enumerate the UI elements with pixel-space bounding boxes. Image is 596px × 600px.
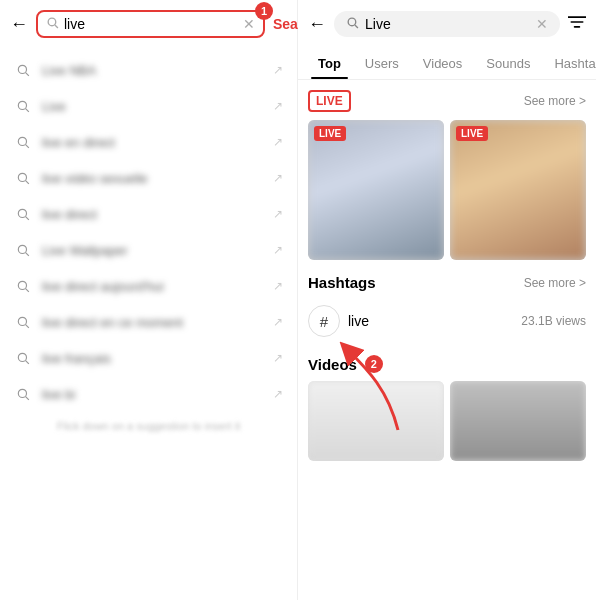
suggestion-text: live direct aujourd'hui	[42, 279, 273, 294]
search-icon	[14, 97, 32, 115]
search-input-left[interactable]	[64, 16, 239, 32]
search-icon	[14, 313, 32, 331]
search-icon	[14, 133, 32, 151]
clear-button-left[interactable]: ✕	[243, 16, 255, 32]
list-item[interactable]: live bi ↗	[0, 376, 297, 412]
hashtags-section: Hashtags See more > # live 23.1B views	[308, 274, 586, 343]
live-thumb-1[interactable]: LIVE	[308, 120, 444, 260]
tab-hashtags[interactable]: Hashtags	[542, 48, 596, 79]
search-icon	[14, 277, 32, 295]
svg-line-11	[26, 217, 29, 220]
tabs-row: Top Users Videos Sounds Hashtags	[298, 48, 596, 80]
hashtag-name: live	[348, 313, 521, 329]
video-thumb-1[interactable]	[308, 381, 444, 461]
search-icon-right	[346, 16, 359, 32]
live-thumb-2[interactable]: LIVE	[450, 120, 586, 260]
suggestion-text: live français	[42, 351, 273, 366]
svg-line-13	[26, 253, 29, 256]
list-item[interactable]: live direct en ce moment ↗	[0, 304, 297, 340]
suggestion-text: Live Wallpaper	[42, 243, 273, 258]
suggestion-text: live bi	[42, 387, 273, 402]
list-item[interactable]: Live Wallpaper ↗	[0, 232, 297, 268]
svg-point-8	[18, 173, 26, 181]
right-content: LIVE See more > LIVE LIVE Hashtags See m…	[298, 80, 596, 471]
suggestion-text: Live NBA	[42, 63, 273, 78]
live-pill-1: LIVE	[314, 126, 346, 141]
list-item[interactable]: live vidéo sexuelle ↗	[0, 160, 297, 196]
svg-line-17	[26, 325, 29, 328]
search-icon	[14, 349, 32, 367]
hashtag-views: 23.1B views	[521, 314, 586, 328]
suggestion-text: live direct	[42, 207, 273, 222]
hashtag-row[interactable]: # live 23.1B views	[308, 299, 586, 343]
suggestion-list: Live NBA ↗ Live ↗ live en direct ↗ live …	[0, 48, 297, 600]
svg-point-6	[18, 137, 26, 145]
list-item[interactable]: live en direct ↗	[0, 124, 297, 160]
search-text-right: Live	[365, 16, 536, 32]
suggestion-arrow-icon: ↗	[273, 207, 283, 221]
svg-line-5	[26, 109, 29, 112]
right-header: ← Live ✕	[298, 0, 596, 48]
see-more-hashtags[interactable]: See more >	[524, 276, 586, 290]
list-item[interactable]: Live ↗	[0, 88, 297, 124]
suggestion-hint: Flick down on a suggestion to insert it	[0, 412, 297, 440]
list-item[interactable]: Live NBA ↗	[0, 52, 297, 88]
suggestion-arrow-icon: ↗	[273, 279, 283, 293]
svg-line-21	[26, 397, 29, 400]
live-section-header: LIVE See more >	[308, 90, 586, 112]
right-panel: ← Live ✕ Top Users Videos Sounds Hashtag…	[298, 0, 596, 600]
list-item[interactable]: live direct ↗	[0, 196, 297, 232]
tab-users[interactable]: Users	[353, 48, 411, 79]
suggestion-arrow-icon: ↗	[273, 63, 283, 77]
suggestion-text: live vidéo sexuelle	[42, 171, 273, 186]
svg-point-2	[18, 65, 26, 73]
search-icon-left	[46, 16, 59, 32]
svg-point-10	[18, 209, 26, 217]
svg-point-14	[18, 281, 26, 289]
search-icon	[14, 241, 32, 259]
suggestion-arrow-icon: ↗	[273, 351, 283, 365]
svg-line-23	[355, 25, 358, 28]
live-badge: LIVE	[308, 90, 351, 112]
live-pill-2: LIVE	[456, 126, 488, 141]
suggestion-text: live en direct	[42, 135, 273, 150]
clear-button-right[interactable]: ✕	[536, 16, 548, 32]
tab-videos[interactable]: Videos	[411, 48, 475, 79]
suggestion-text: Live	[42, 99, 273, 114]
tab-sounds[interactable]: Sounds	[474, 48, 542, 79]
back-button-right[interactable]: ←	[308, 14, 326, 35]
suggestion-arrow-icon: ↗	[273, 315, 283, 329]
svg-point-16	[18, 317, 26, 325]
svg-line-15	[26, 289, 29, 292]
suggestion-text: live direct en ce moment	[42, 315, 273, 330]
svg-point-0	[48, 18, 56, 26]
see-more-live[interactable]: See more >	[524, 94, 586, 108]
suggestion-arrow-icon: ↗	[273, 387, 283, 401]
svg-line-9	[26, 181, 29, 184]
badge-1: 1	[255, 2, 273, 20]
suggestion-arrow-icon: ↗	[273, 171, 283, 185]
svg-line-7	[26, 145, 29, 148]
back-button-left[interactable]: ←	[10, 14, 28, 35]
tab-top[interactable]: Top	[306, 48, 353, 79]
search-box-left: 1 ✕	[36, 10, 265, 38]
suggestion-arrow-icon: ↗	[273, 243, 283, 257]
suggestion-arrow-icon: ↗	[273, 135, 283, 149]
video-thumb-2[interactable]	[450, 381, 586, 461]
filter-button[interactable]	[568, 15, 586, 33]
list-item[interactable]: live direct aujourd'hui ↗	[0, 268, 297, 304]
hashtags-title: Hashtags	[308, 274, 376, 291]
search-box-right[interactable]: Live ✕	[334, 11, 560, 37]
list-item[interactable]: live français ↗	[0, 340, 297, 376]
badge-2: 2	[365, 355, 383, 373]
svg-point-22	[348, 18, 356, 26]
video-thumbs-row	[308, 381, 586, 461]
svg-point-12	[18, 245, 26, 253]
svg-line-3	[26, 73, 29, 76]
search-icon	[14, 61, 32, 79]
search-icon	[14, 169, 32, 187]
hashtag-icon: #	[308, 305, 340, 337]
search-icon	[14, 385, 32, 403]
svg-line-19	[26, 361, 29, 364]
live-videos-row: LIVE LIVE	[308, 120, 586, 260]
